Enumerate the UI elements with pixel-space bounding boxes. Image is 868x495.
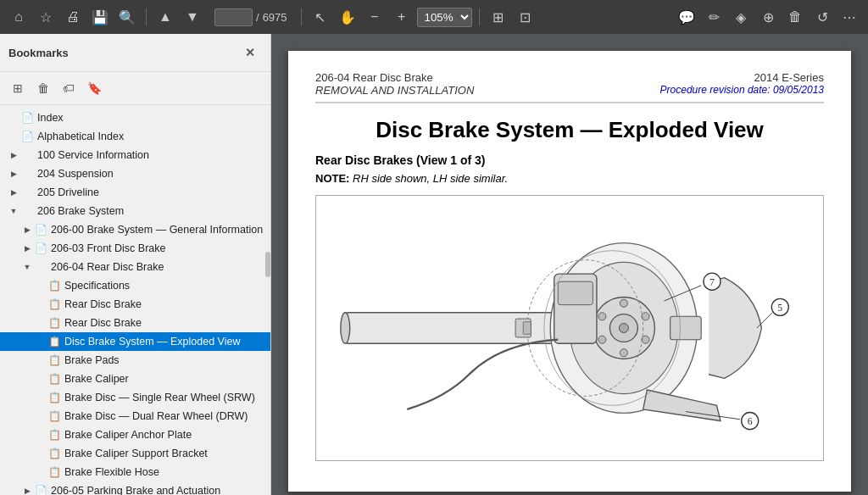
label-204: 204 Suspension: [37, 168, 114, 180]
sidebar-item-rdb2[interactable]: 📋 Rear Disc Brake: [0, 314, 270, 332]
doc-icon-bc: 📋: [47, 372, 61, 386]
save-icon[interactable]: 💾: [88, 5, 112, 29]
revision-date: Procedure revision date: 09/05/2013: [660, 84, 824, 96]
sidebar-resizer[interactable]: [265, 34, 270, 495]
label-206-03: 206-03 Front Disc Brake: [51, 242, 165, 254]
undo-icon[interactable]: ↺: [810, 5, 834, 29]
sidebar-tool-bookmark[interactable]: 🔖: [83, 77, 105, 99]
sidebar-item-206-03[interactable]: ▶ 📄 206-03 Front Disc Brake: [0, 239, 270, 258]
doc-icon-206: [20, 204, 34, 218]
svg-text:7: 7: [709, 276, 715, 288]
fit-page-icon[interactable]: ⊞: [487, 5, 510, 29]
sidebar-item-specifications[interactable]: 📋 Specifications: [0, 276, 270, 295]
svg-rect-16: [670, 316, 702, 339]
svg-rect-28: [523, 322, 531, 335]
sidebar-item-206-00[interactable]: ▶ 📄 206-00 Brake System — General Inform…: [0, 220, 270, 239]
document-page: 206-04 Rear Disc Brake REMOVAL AND INSTA…: [288, 51, 851, 492]
sep1: [146, 8, 147, 25]
sidebar-close-icon[interactable]: ✕: [238, 41, 262, 64]
label-206-00: 206-00 Brake System — General Informatio…: [51, 224, 263, 236]
label-bcap: Brake Caliper Anchor Plate: [64, 429, 192, 441]
note-prefix: NOTE:: [315, 172, 349, 185]
page-title: Disc Brake System — Exploded View: [315, 117, 824, 143]
highlight-icon[interactable]: ◈: [729, 5, 753, 29]
delete-icon[interactable]: 🗑: [783, 5, 807, 29]
label-rdb1: Rear Disc Brake: [64, 298, 142, 310]
sidebar-item-disc-brake-exploded[interactable]: 📋 Disc Brake System — Exploded View: [0, 332, 270, 351]
sidebar-item-206-04[interactable]: ▼ 206-04 Rear Disc Brake: [0, 258, 270, 276]
sidebar-item-brake-disc-srw[interactable]: 📋 Brake Disc — Single Rear Wheel (SRW): [0, 388, 270, 407]
expand-206-04: ▼: [20, 260, 34, 274]
expand-bp: [34, 353, 47, 367]
more-icon[interactable]: ⋯: [837, 5, 861, 29]
cursor-icon[interactable]: ↖: [309, 5, 332, 29]
page-header: 206-04 Rear Disc Brake REMOVAL AND INSTA…: [315, 71, 824, 103]
pencil-icon[interactable]: ✏: [702, 5, 726, 29]
doc-icon-206-05: 📄: [34, 484, 47, 495]
fit-width-icon[interactable]: ⊡: [514, 5, 537, 29]
expand-100: ▶: [7, 148, 20, 162]
doc-icon-alpha: 📄: [20, 130, 34, 143]
next-page-icon[interactable]: ▼: [181, 5, 204, 29]
sidebar-item-bcap[interactable]: 📋 Brake Caliper Anchor Plate: [0, 425, 270, 444]
stamp-icon[interactable]: ⊕: [756, 5, 780, 29]
sidebar-item-205[interactable]: ▶ 205 Driveline: [0, 183, 270, 202]
sidebar-tool-delete[interactable]: 🗑: [32, 77, 54, 99]
doc-icon-bfh: 📋: [47, 465, 61, 479]
sidebar-item-rdb1[interactable]: 📋 Rear Disc Brake: [0, 295, 270, 314]
page-separator: /: [256, 11, 259, 24]
expand-206: ▼: [7, 204, 20, 218]
sidebar-item-100[interactable]: ▶ 100 Service Information: [0, 146, 270, 164]
sidebar-tool-expand[interactable]: ⊞: [7, 77, 29, 99]
doc-icon-rdb2: 📋: [47, 316, 61, 330]
zoom-select[interactable]: 105% 50% 75% 100% 125% 150% 200%: [417, 8, 472, 27]
doc-icon-204: [20, 167, 34, 181]
header-section: 206-04 Rear Disc Brake: [315, 71, 474, 84]
bookmark-icon[interactable]: ☆: [34, 5, 58, 29]
sidebar-item-brake-caliper[interactable]: 📋 Brake Caliper: [0, 370, 270, 388]
sidebar-item-index[interactable]: 📄 Index: [0, 108, 270, 127]
page-input[interactable]: 756: [214, 8, 253, 26]
section-heading: Rear Disc Brakes (View 1 of 3): [315, 153, 824, 167]
expand-bddrw: [34, 409, 47, 423]
label-alpha-index: Alphabetical Index: [37, 131, 124, 142]
svg-point-7: [620, 299, 627, 307]
sidebar-item-alpha-index[interactable]: 📄 Alphabetical Index: [0, 127, 270, 146]
page-header-right: 2014 E-Series Procedure revision date: 0…: [660, 71, 824, 96]
sidebar-title: Bookmarks: [8, 47, 69, 59]
expand-dbe: [34, 335, 47, 348]
diagram-svg: 7 5 6: [330, 209, 810, 447]
doc-icon-index: 📄: [20, 111, 34, 125]
expand-206-05: ▶: [20, 484, 34, 495]
sidebar: Bookmarks ✕ ⊞ 🗑 🏷 🔖 📄 Index 📄 Alphabetic…: [0, 34, 271, 495]
doc-icon-dbe: 📋: [47, 335, 61, 348]
print-icon[interactable]: 🖨: [61, 5, 85, 29]
page-total: 6975: [263, 11, 287, 24]
sidebar-item-bcsb[interactable]: 📋 Brake Caliper Support Bracket: [0, 444, 270, 463]
sidebar-content[interactable]: 📄 Index 📄 Alphabetical Index ▶ 100 Servi…: [0, 105, 270, 495]
home-icon[interactable]: ⌂: [7, 5, 31, 29]
svg-point-6: [619, 324, 628, 333]
expand-206-00: ▶: [20, 223, 34, 236]
sidebar-item-brake-pads[interactable]: 📋 Brake Pads: [0, 351, 270, 370]
sidebar-tool-tag[interactable]: 🏷: [58, 77, 80, 99]
sidebar-item-206[interactable]: ▼ 206 Brake System: [0, 202, 270, 220]
comment-icon[interactable]: 💬: [675, 5, 698, 29]
sidebar-item-206-05[interactable]: ▶ 📄 206-05 Parking Brake and Actuation: [0, 481, 270, 495]
label-bcsb: Brake Caliper Support Bracket: [64, 448, 208, 459]
doc-icon-spec: 📋: [47, 279, 61, 292]
zoom-in-btn[interactable]: +: [390, 5, 414, 29]
diagram-box: 7 5 6: [315, 195, 824, 461]
prev-page-icon[interactable]: ▲: [153, 5, 177, 29]
hand-icon[interactable]: ✋: [336, 5, 359, 29]
sidebar-item-brake-disc-drw[interactable]: 📋 Brake Disc — Dual Rear Wheel (DRW): [0, 407, 270, 425]
expand-206-03: ▶: [20, 242, 34, 255]
doc-icon-206-04: [34, 260, 47, 274]
sidebar-item-204[interactable]: ▶ 204 Suspension: [0, 164, 270, 183]
sidebar-item-bfh[interactable]: 📋 Brake Flexible Hose: [0, 463, 270, 481]
zoom-out-icon[interactable]: −: [363, 5, 387, 29]
zoom-in-icon[interactable]: 🔍: [115, 5, 139, 29]
label-brake-disc-drw: Brake Disc — Dual Rear Wheel (DRW): [64, 410, 248, 422]
expand-alpha: [7, 130, 20, 143]
doc-icon-100: [20, 148, 34, 162]
